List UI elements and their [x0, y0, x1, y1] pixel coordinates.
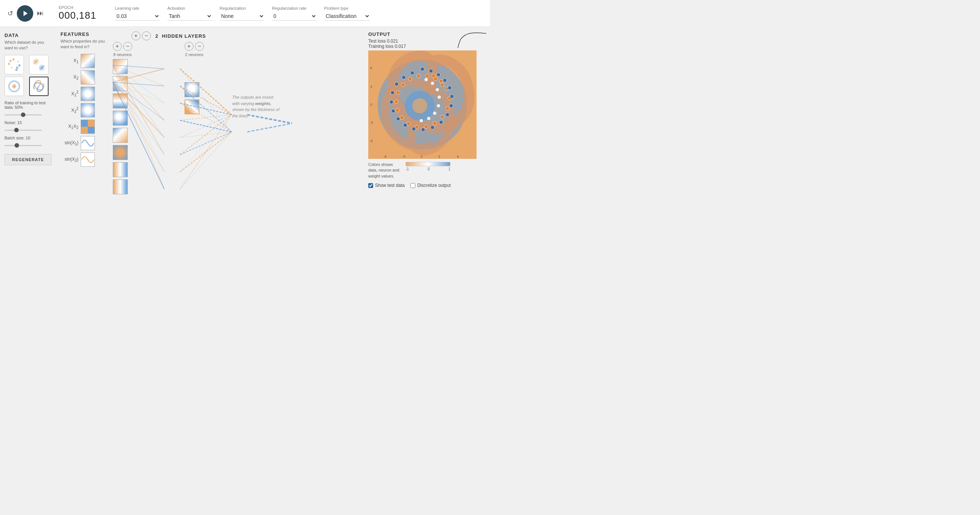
svg-point-1 — [10, 60, 11, 62]
feature-x2-label: X2 — [60, 74, 78, 80]
learning-rate-select[interactable]: 0.03 0.000010.00010.0010.0030.010.10.313… — [115, 12, 160, 21]
svg-point-84 — [449, 104, 453, 108]
neuron-1-4[interactable] — [113, 111, 128, 126]
legend-max: 1 — [448, 167, 450, 171]
epoch-label: Epoch — [59, 5, 96, 10]
activation-select[interactable]: TanhReLUSigmoidLinear — [167, 12, 212, 21]
layer1-area: + − 8 neurons — [113, 42, 132, 255]
svg-point-57 — [412, 98, 427, 113]
noise-slider[interactable] — [5, 130, 42, 131]
features-panel: FEATURES Which properties do you want to… — [60, 31, 109, 255]
annotation-text: The outputs are mixed with varying weigh… — [232, 94, 281, 119]
svg-point-97 — [410, 71, 414, 75]
neuron-1-5[interactable] — [113, 128, 128, 143]
dataset-grid — [5, 55, 51, 96]
feature-x2sq-box[interactable] — [81, 103, 95, 117]
svg-point-8 — [17, 61, 19, 62]
svg-point-68 — [400, 116, 404, 120]
ratio-slider[interactable] — [5, 114, 42, 115]
neuron-1-2[interactable] — [113, 76, 128, 91]
neuron-2-1[interactable] — [185, 82, 199, 97]
svg-point-104 — [427, 116, 431, 120]
epoch-section: Epoch 000,181 — [59, 5, 96, 21]
feature-x2sq: X22 — [60, 103, 109, 117]
data-sidebar: DATA Which dataset do you want to use? — [0, 27, 56, 257]
show-test-data-checkbox[interactable] — [368, 183, 373, 188]
test-loss: Test loss 0.021 — [368, 38, 406, 44]
svg-point-103 — [433, 112, 437, 115]
svg-point-67 — [407, 122, 410, 126]
svg-line-53 — [247, 123, 292, 132]
dataset-spiral[interactable] — [29, 77, 49, 96]
feature-x1x2-box[interactable] — [81, 120, 95, 134]
loss-chart — [457, 31, 487, 49]
svg-point-95 — [395, 82, 398, 86]
reset-button[interactable]: ↺ — [8, 10, 13, 18]
svg-point-76 — [434, 77, 438, 81]
discretize-output-label[interactable]: Discretize output — [410, 183, 450, 188]
remove-neuron-layer1[interactable]: − — [123, 42, 132, 51]
svg-point-80 — [437, 73, 440, 77]
svg-point-89 — [412, 127, 416, 131]
neuron-1-7[interactable] — [113, 162, 128, 177]
svg-point-65 — [424, 125, 428, 129]
dataset-scatter1[interactable] — [5, 55, 24, 74]
play-button[interactable] — [17, 5, 33, 22]
dataset-scatter2[interactable] — [29, 55, 49, 74]
neuron-1-8[interactable] — [113, 179, 128, 195]
reg-rate-select[interactable]: 00.0010.0030.010.030.10.31310 — [272, 12, 317, 21]
ratio-label: Ratio of training to test data: 50% — [5, 100, 51, 110]
output-panel: OUTPUT Test loss 0.021 Training loss 0.0… — [364, 31, 487, 255]
problem-type-section: Problem type ClassificationRegression — [324, 6, 370, 21]
color-legend-section: Colors shows data, neuron and weight val… — [368, 162, 487, 179]
feature-sinx1-box[interactable] — [81, 136, 95, 150]
svg-point-96 — [402, 75, 406, 79]
dataset-concentric[interactable] — [5, 77, 24, 96]
problem-type-label: Problem type — [324, 6, 370, 10]
epoch-value: 000,181 — [59, 10, 96, 21]
svg-point-86 — [439, 120, 443, 124]
network-header: + − 2 HIDDEN LAYERS — [109, 31, 364, 40]
svg-point-99 — [431, 81, 434, 85]
problem-type-select[interactable]: ClassificationRegression — [324, 12, 370, 21]
learning-rate-section: Learning rate 0.03 0.000010.00010.0010.0… — [115, 6, 160, 21]
svg-point-101 — [438, 95, 441, 99]
svg-point-92 — [391, 109, 395, 113]
regularization-label: Regularization — [220, 6, 264, 10]
discretize-output-checkbox[interactable] — [410, 183, 415, 188]
neuron-1-3[interactable] — [113, 93, 128, 108]
legend-min: -1 — [406, 167, 409, 171]
svg-point-102 — [437, 104, 440, 108]
regularization-select[interactable]: NoneL1L2 — [220, 12, 264, 21]
batch-section: Batch size: 10 — [5, 136, 51, 147]
colors-desc: Colors shows data, neuron and weight val… — [368, 162, 402, 179]
svg-point-74 — [417, 74, 420, 78]
features-desc: Which properties do you want to feed in? — [60, 38, 109, 50]
show-test-data-label[interactable]: Show test data — [368, 183, 404, 188]
neuron-2-2[interactable] — [185, 99, 199, 114]
learning-rate-label: Learning rate — [115, 6, 160, 10]
step-button[interactable]: ⏭ — [37, 10, 44, 17]
noise-label: Noise: 15 — [5, 120, 51, 125]
network-output-area: + − 2 HIDDEN LAYERS + − 8 neurons — [109, 31, 364, 255]
feature-x1sq-box[interactable] — [81, 87, 95, 101]
remove-layer-button[interactable]: − — [142, 31, 151, 40]
neuron-1-1[interactable] — [113, 59, 128, 74]
batch-slider[interactable] — [5, 145, 42, 146]
output-title: OUTPUT — [368, 31, 406, 37]
add-neuron-layer1[interactable]: + — [113, 42, 122, 51]
add-neuron-layer2[interactable]: + — [185, 42, 194, 51]
svg-point-4 — [16, 67, 18, 69]
add-layer-button[interactable]: + — [132, 31, 140, 40]
feature-sinx1-label: sin(X1) — [60, 140, 78, 146]
svg-point-87 — [431, 126, 434, 129]
svg-point-14 — [41, 67, 43, 69]
feature-x2-box[interactable] — [81, 70, 95, 85]
feature-x1-box[interactable] — [81, 54, 95, 68]
remove-neuron-layer2[interactable]: − — [195, 42, 204, 51]
neuron-1-6[interactable] — [113, 145, 128, 160]
feature-sinx2-box[interactable] — [81, 153, 95, 167]
regenerate-button[interactable]: REGENERATE — [5, 154, 51, 165]
svg-point-100 — [436, 88, 439, 92]
layer1-count: 8 neurons — [113, 52, 132, 57]
